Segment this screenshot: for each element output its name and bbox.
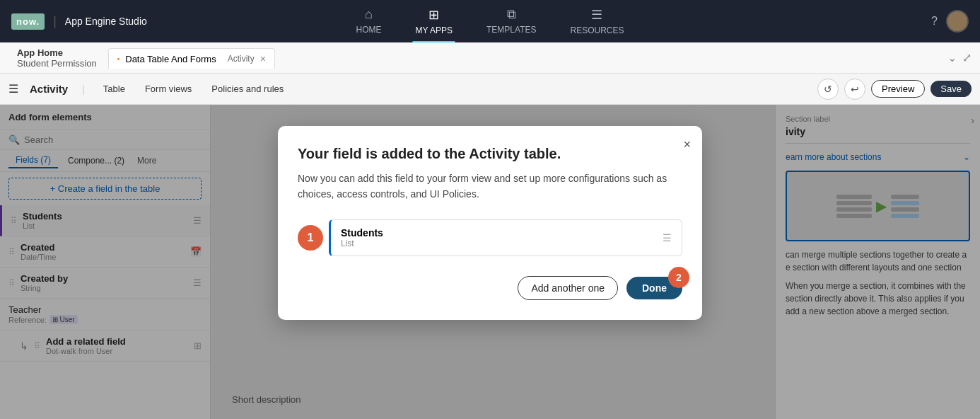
modal-close-button[interactable]: × [683,137,691,152]
resources-icon: ☰ [591,7,602,23]
modal-footer: Add another one 2 Done [298,276,682,300]
tabs-bar-right: ⌄ ⤢ [947,51,972,64]
active-tab[interactable]: • Data Table And Forms Activity × [108,48,275,69]
nav-templates[interactable]: ⧉ TEMPLATES [484,1,539,41]
home-icon: ⌂ [365,7,373,22]
nav-policies[interactable]: Policies and rules [207,81,288,97]
nav-resources-label: RESOURCES [570,25,624,35]
second-nav-right: ↺ ↩ Preview Save [817,79,972,100]
refresh-button[interactable]: ↺ [817,79,839,100]
expand-icon[interactable]: ⤢ [962,51,972,64]
modal-body: Now you can add this field to your form … [298,171,682,202]
main-layout: Add form elements 🔍 Fields (7) Compone..… [0,105,980,419]
save-button[interactable]: Save [931,81,972,97]
second-nav: ☰ Activity | Table Form views Policies a… [0,74,980,105]
templates-icon: ⧉ [507,7,516,22]
add-another-button[interactable]: Add another one [518,276,618,300]
step-2-circle: 2 [668,267,689,288]
breadcrumb-icon: ☰ [8,82,18,96]
nav-table[interactable]: Table [99,81,129,97]
help-icon[interactable]: ? [931,15,938,28]
app-home-title: App Home [17,47,97,58]
modal-dialog: × Your field is added to the Activity ta… [278,126,702,320]
field-card-handle-icon: ☰ [663,232,672,243]
top-nav: now. | App Engine Studio ⌂ HOME ⊞ MY APP… [0,0,980,42]
app-home-tab[interactable]: App Home Student Permission [8,45,105,71]
logo-area: now. | App Engine Studio [11,13,147,30]
nav-center: ⌂ HOME ⊞ MY APPS ⧉ TEMPLATES ☰ RESOURCES [354,1,627,41]
app-home-sub: Student Permission [17,58,97,69]
step-1-circle: 1 [298,225,323,251]
active-tab-sub: Activity [228,54,255,64]
field-card: Students List ☰ [329,219,682,256]
myapps-icon: ⊞ [428,7,439,23]
field-card-info: Students List [341,227,383,248]
dropdown-icon[interactable]: ⌄ [947,51,957,64]
nav-home[interactable]: ⌂ HOME [354,1,385,41]
field-card-type: List [341,239,383,248]
nav-resources[interactable]: ☰ RESOURCES [567,1,626,41]
nav-myapps[interactable]: ⊞ MY APPS [413,1,455,41]
nav-home-label: HOME [356,25,382,35]
modal-overlay: × Your field is added to the Activity ta… [0,105,980,419]
avatar[interactable] [946,10,969,33]
app-name-label: App Engine Studio [65,16,147,27]
nav-right: ? [931,10,969,33]
undo-button[interactable]: ↩ [844,79,865,100]
field-card-name: Students [341,227,383,239]
logo-divider: | [53,14,57,29]
step-2-container: 2 Done [626,277,682,299]
tab-dot: • [117,55,120,63]
nav-formviews[interactable]: Form views [141,81,196,97]
modal-field-row: 1 Students List ☰ [298,219,682,256]
preview-button[interactable]: Preview [871,80,925,98]
modal-title: Your field is added to the Activity tabl… [298,146,682,162]
nav-myapps-label: MY APPS [416,25,453,35]
logo-now: now. [11,13,45,30]
section-label: Activity [30,83,68,95]
tabs-bar: App Home Student Permission • Data Table… [0,42,980,74]
active-tab-title: Data Table And Forms [125,54,216,64]
tab-close-icon[interactable]: × [260,53,266,64]
nav-templates-label: TEMPLATES [486,25,536,35]
